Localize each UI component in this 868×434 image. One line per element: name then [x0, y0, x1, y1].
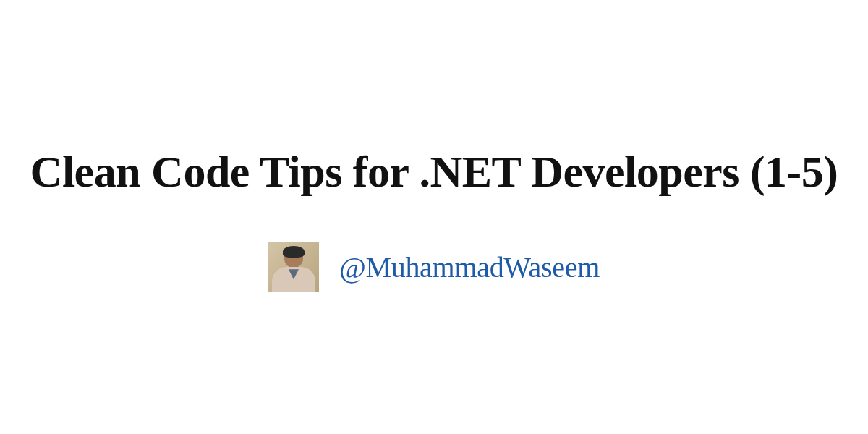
page-title: Clean Code Tips for .NET Developers (1-5…	[30, 142, 838, 203]
author-handle: @MuhammadWaseem	[339, 250, 600, 284]
author-avatar	[268, 242, 319, 292]
author-row: @MuhammadWaseem	[268, 242, 600, 292]
